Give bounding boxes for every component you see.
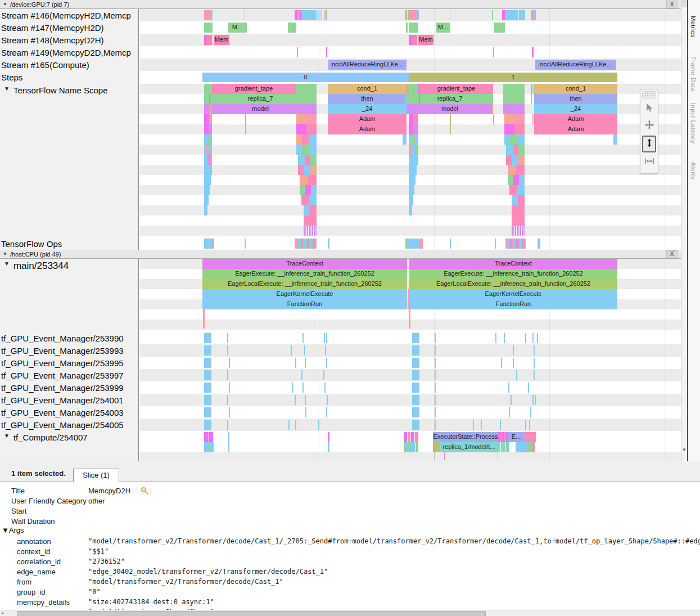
trace-segment[interactable]: [501, 442, 503, 452]
trace-segment[interactable]: [412, 420, 419, 430]
row-label[interactable]: tf_GPU_Event_Manager/254005: [0, 419, 139, 431]
trace-event[interactable]: then: [328, 94, 407, 104]
trace-segment[interactable]: [413, 124, 418, 134]
trace-segment[interactable]: [209, 432, 213, 442]
scrollbar-top-button[interactable]: [681, 0, 687, 7]
trace-segment[interactable]: [494, 23, 505, 33]
trace-event[interactable]: FunctionRun: [202, 299, 407, 309]
trace-segment[interactable]: [305, 358, 306, 368]
trace-segment[interactable]: [532, 114, 534, 124]
trace-segment[interactable]: [409, 165, 417, 175]
trace-segment[interactable]: [302, 134, 309, 145]
collapse-arrow-icon[interactable]: ▼: [4, 260, 10, 267]
trace-segment[interactable]: [304, 165, 310, 175]
trace-event[interactable]: 1: [409, 73, 617, 82]
trace-segment[interactable]: [508, 175, 513, 185]
trace-segment[interactable]: [528, 383, 529, 393]
trace-segment[interactable]: [539, 239, 540, 249]
track-lane[interactable]: 01: [139, 71, 681, 84]
row-label[interactable]: tf_GPU_Event_Manager/253990: [0, 332, 139, 344]
trace-segment[interactable]: [525, 333, 526, 343]
trace-segment[interactable]: [450, 239, 451, 249]
trace-segment[interactable]: [492, 104, 493, 114]
trace-segment[interactable]: [419, 239, 423, 249]
trace-segment[interactable]: [513, 358, 514, 368]
trace-segment[interactable]: [209, 124, 212, 134]
trace-segment[interactable]: [302, 333, 304, 343]
trace-segment[interactable]: [495, 333, 496, 343]
close-section-button[interactable]: X: [666, 250, 678, 258]
trace-segment[interactable]: [291, 345, 292, 356]
trace-event[interactable]: model: [204, 104, 317, 114]
trace-event[interactable]: Adam: [534, 124, 617, 134]
trace-segment[interactable]: [535, 10, 536, 20]
trace-event[interactable]: EagerKernelExecute: [202, 289, 407, 299]
trace-segment[interactable]: [296, 239, 317, 249]
trace-segment[interactable]: [298, 155, 305, 165]
trace-segment[interactable]: [204, 333, 211, 343]
trace-segment[interactable]: [288, 23, 296, 33]
trace-segment[interactable]: [418, 10, 419, 20]
search-icon[interactable]: [141, 487, 148, 494]
trace-event[interactable]: M...: [228, 23, 247, 33]
trace-segment[interactable]: [409, 23, 418, 33]
trace-segment[interactable]: [409, 205, 412, 215]
trace-segment[interactable]: [204, 124, 209, 134]
track-lane[interactable]: [139, 332, 681, 344]
trace-segment[interactable]: [296, 145, 301, 155]
trace-segment[interactable]: [503, 442, 505, 452]
trace-segment[interactable]: [326, 47, 327, 57]
trace-segment[interactable]: [518, 195, 525, 205]
trace-segment[interactable]: [209, 94, 210, 104]
trace-segment[interactable]: [413, 114, 418, 124]
trace-segment[interactable]: [210, 145, 212, 155]
trace-segment[interactable]: [506, 155, 512, 165]
row-label[interactable]: tf_GPU_Event_Manager/254001: [0, 394, 139, 406]
trace-segment[interactable]: [512, 195, 518, 205]
trace-segment[interactable]: [412, 395, 419, 405]
trace-segment[interactable]: [204, 358, 211, 368]
trace-segment[interactable]: [295, 420, 296, 430]
row-label[interactable]: Stream #147(MemcpyH2D): [0, 21, 139, 34]
trace-segment[interactable]: [227, 333, 228, 343]
trace-segment[interactable]: [227, 370, 228, 380]
trace-segment[interactable]: [296, 134, 302, 145]
trace-event[interactable]: model: [407, 104, 493, 114]
trace-segment[interactable]: [304, 205, 310, 215]
trace-segment[interactable]: [409, 195, 413, 205]
row-label[interactable]: TensorFlow Ops: [0, 237, 139, 250]
collapse-arrow-icon[interactable]: ▼: [3, 251, 7, 257]
trace-segment[interactable]: [409, 175, 416, 185]
trace-segment[interactable]: [493, 114, 494, 124]
trace-segment[interactable]: [297, 47, 298, 57]
trace-event[interactable]: M...: [436, 23, 450, 33]
trace-event[interactable]: E...: [508, 432, 525, 442]
trace-event[interactable]: then: [534, 94, 617, 104]
row-label[interactable]: Stream #149(MemcpyD2D,Memcp: [0, 46, 139, 59]
palette-drag-handle[interactable]: [642, 91, 656, 98]
trace-segment[interactable]: [519, 175, 525, 185]
trace-segment[interactable]: [444, 452, 445, 460]
trace-segment[interactable]: [301, 370, 302, 380]
trace-segment[interactable]: [409, 185, 414, 195]
trace-segment[interactable]: [517, 185, 525, 195]
tab-input-latency[interactable]: Input Latency: [690, 103, 697, 144]
trace-event[interactable]: ExecutorState::Process: [433, 432, 498, 442]
trace-segment[interactable]: [416, 442, 418, 452]
track-lane[interactable]: [139, 357, 681, 369]
trace-segment[interactable]: [204, 205, 207, 215]
trace-segment[interactable]: [532, 47, 534, 57]
trace-segment[interactable]: [288, 420, 290, 430]
trace-segment[interactable]: [492, 10, 493, 20]
trace-event[interactable]: _24: [534, 104, 617, 114]
trace-segment[interactable]: [309, 195, 317, 205]
collapse-arrow-icon[interactable]: ▼: [3, 2, 7, 7]
trace-segment[interactable]: [204, 10, 211, 20]
trace-segment[interactable]: [517, 134, 525, 145]
trace-segment[interactable]: [535, 395, 536, 405]
trace-segment[interactable]: [306, 124, 317, 134]
trace-segment[interactable]: [513, 175, 519, 185]
trace-segment[interactable]: [310, 205, 317, 215]
trace-segment[interactable]: [435, 420, 436, 430]
trace-event[interactable]: Adam: [328, 124, 407, 134]
